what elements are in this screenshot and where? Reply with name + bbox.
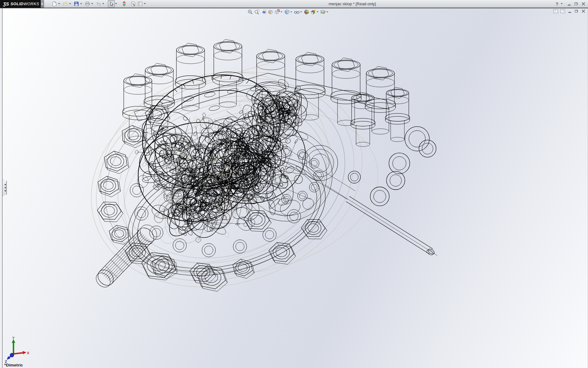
- rebuild-button[interactable]: [121, 0, 128, 7]
- restore-button[interactable]: [574, 2, 579, 6]
- view-settings-dropdown[interactable]: [326, 11, 328, 13]
- previous-view-button[interactable]: [260, 9, 267, 15]
- previous-view-icon: [261, 9, 266, 15]
- help-button[interactable]: ?: [556, 2, 558, 6]
- display-style-icon: [284, 9, 290, 15]
- solidworks-logo: ƷS SOLIDWORKS: [0, 0, 41, 8]
- undo-dropdown[interactable]: [102, 3, 104, 5]
- section-view-button[interactable]: [267, 9, 274, 15]
- save-dropdown[interactable]: [80, 3, 82, 5]
- open-button[interactable]: [62, 0, 69, 7]
- reference-triad: Y X Z: [2, 336, 32, 363]
- file-properties-icon: [130, 1, 136, 6]
- view-settings-icon: [320, 9, 326, 15]
- collapse-arrow-icon: [3, 187, 6, 189]
- options-button[interactable]: [137, 0, 144, 7]
- triad-z-axis: Z: [5, 353, 14, 363]
- save-button[interactable]: [73, 0, 80, 7]
- open-dropdown[interactable]: [69, 3, 71, 5]
- apply-scene-dropdown[interactable]: [317, 11, 318, 13]
- select-tool-button[interactable]: [108, 0, 115, 7]
- new-document-button[interactable]: [51, 0, 58, 7]
- graphics-viewport[interactable]: Y X Z *Dimetric: [0, 8, 588, 368]
- restore-document-button[interactable]: [574, 9, 579, 13]
- triad-x-axis: X: [13, 351, 29, 355]
- restore-document-icon: [575, 10, 578, 13]
- minimize-button[interactable]: [567, 2, 571, 6]
- select-cursor-icon: [109, 2, 114, 6]
- close-document-button[interactable]: [581, 9, 585, 13]
- rebuild-traffic-light-icon: [122, 1, 127, 6]
- solidworks-logo-mark-icon: ƷS: [3, 1, 9, 6]
- view-settings-button[interactable]: [320, 9, 326, 15]
- view-orientation-button[interactable]: [274, 9, 281, 15]
- svg-text:Y: Y: [12, 336, 15, 340]
- document-title: menjac sklop * [Read-only]: [329, 0, 376, 8]
- document-window-controls: [553, 9, 585, 13]
- apply-scene-icon: [311, 9, 316, 15]
- options-dropdown[interactable]: [144, 3, 146, 5]
- close-button[interactable]: [581, 2, 586, 6]
- zoom-to-fit-button[interactable]: [247, 9, 254, 15]
- new-document-dropdown[interactable]: [58, 3, 60, 5]
- hide-show-items-glasses-icon: [294, 9, 300, 15]
- zoom-to-area-button[interactable]: [254, 9, 260, 15]
- solidworks-logo-text: SOLIDWORKS: [10, 2, 39, 6]
- model-wireframe[interactable]: [0, 8, 588, 368]
- pane-left-arrow-icon: [554, 10, 556, 11]
- minimize-document-button[interactable]: [567, 9, 572, 13]
- toggle-feature-pane-button[interactable]: [553, 9, 558, 13]
- zoom-to-fit-icon: [247, 9, 253, 15]
- app-window-controls: ?: [556, 0, 586, 8]
- minimize-icon: [568, 5, 571, 6]
- undo-button[interactable]: [95, 0, 102, 7]
- flyout-arrow-icon: [42, 3, 44, 5]
- print-button[interactable]: [84, 0, 91, 7]
- edit-appearance-sphere-icon: [304, 9, 309, 15]
- view-orientation-icon: [274, 9, 280, 15]
- undo-icon: [96, 1, 101, 7]
- hide-show-items-button[interactable]: [293, 9, 300, 15]
- file-properties-button[interactable]: [130, 0, 137, 7]
- close-document-icon: [582, 10, 585, 13]
- close-icon: [582, 2, 585, 6]
- view-orientation-label: *Dimetric: [4, 363, 23, 367]
- display-style-button[interactable]: [284, 9, 290, 15]
- headsup-view-toolbar: [247, 9, 330, 15]
- save-floppy-icon: [74, 1, 79, 6]
- print-icon: [85, 1, 90, 6]
- help-dropdown[interactable]: [561, 3, 563, 5]
- standard-toolbar: [51, 0, 148, 8]
- svg-text:X: X: [27, 351, 29, 355]
- hide-show-items-dropdown[interactable]: [300, 11, 302, 13]
- select-tool-dropdown[interactable]: [115, 3, 117, 5]
- apply-scene-button[interactable]: [310, 9, 317, 15]
- print-dropdown[interactable]: [91, 3, 93, 5]
- edit-appearance-button[interactable]: [303, 9, 310, 15]
- zoom-to-area-icon: [254, 9, 260, 15]
- pane-right-arrow-icon: [563, 10, 564, 11]
- open-folder-icon: [63, 1, 68, 6]
- new-document-icon: [52, 1, 57, 6]
- toggle-display-pane-button[interactable]: [560, 9, 565, 13]
- restore-icon: [575, 2, 578, 5]
- triad-y-axis: Y: [12, 336, 15, 354]
- collapse-arrow-icon: [3, 190, 6, 192]
- minimize-document-icon: [568, 12, 571, 13]
- view-orientation-dropdown[interactable]: [281, 11, 282, 13]
- title-bar: ƷS SOLIDWORKS: [0, 0, 588, 8]
- menu-flyout-button[interactable]: [41, 0, 44, 8]
- section-view-icon: [268, 9, 273, 15]
- display-style-dropdown[interactable]: [290, 11, 292, 13]
- options-checklist-icon: [138, 1, 143, 6]
- featuremanager-collapsed-tab[interactable]: [2, 179, 7, 196]
- collapse-arrow-icon: [3, 184, 6, 186]
